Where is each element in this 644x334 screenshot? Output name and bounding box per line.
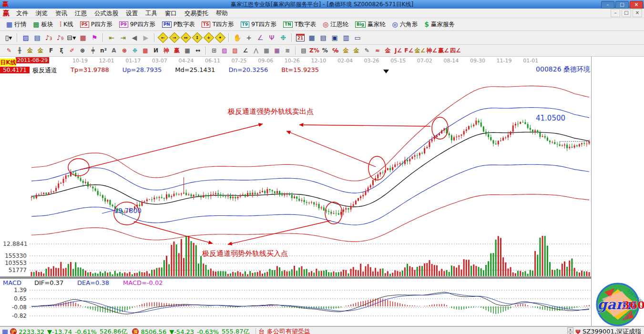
menu-item-窗口[interactable]: 窗口: [161, 9, 181, 18]
period-label[interactable]: 日K线: [0, 59, 16, 66]
spinner-down-button[interactable]: ▼: [567, 332, 573, 334]
minimize-button[interactable]: –: [601, 1, 614, 9]
indicator-name[interactable]: 极反通道: [32, 66, 57, 75]
restore-button[interactable]: □: [615, 1, 629, 9]
tool-shen-angle[interactable]: 神∠: [427, 46, 438, 55]
tool-pen-red[interactable]: ✎: [4, 46, 14, 55]
tool-grid-123[interactable]: ▦: [183, 46, 192, 55]
menu-item-帮助[interactable]: 帮助: [212, 9, 232, 18]
toolbar-winner-wheel[interactable]: Big赢家轮: [352, 19, 389, 30]
tool-j-angle[interactable]: J∠: [394, 46, 403, 55]
tool-spiral[interactable]: ξ: [57, 46, 66, 55]
tool-wave-tool[interactable]: ≈: [373, 46, 382, 55]
status-grid-icon[interactable]: ▦: [2, 328, 8, 334]
toolbar-t-square[interactable]: TST四方形: [198, 19, 237, 30]
menu-item-设置[interactable]: 设置: [122, 9, 142, 18]
tool-hand-tool[interactable]: ✋: [232, 32, 243, 43]
menu-item-文件[interactable]: 文件: [12, 9, 32, 18]
mdi-button-1[interactable]: □: [622, 9, 631, 17]
toolbar-quotes[interactable]: ▦行情: [3, 19, 30, 30]
tool-gold-ratio-2[interactable]: 金: [36, 46, 45, 55]
tool-pan-v[interactable]: ↕: [192, 32, 203, 43]
tool-circle-red[interactable]: ⊕: [120, 46, 129, 55]
tool-angle-lines[interactable]: ∠: [241, 46, 250, 55]
tool-four-angle[interactable]: 四∠: [450, 46, 461, 55]
tool-notepad[interactable]: ▤: [318, 32, 328, 43]
spinner-up-button[interactable]: ▲: [567, 327, 573, 332]
menu-item-公式选股[interactable]: 公式选股: [91, 9, 122, 18]
tool-grid-b[interactable]: ▦: [272, 46, 282, 55]
tool-pattern-red[interactable]: ▦: [78, 32, 88, 43]
tool-fan-lines[interactable]: ≋: [283, 46, 292, 55]
tool-last-page[interactable]: ⇥: [118, 32, 128, 43]
menu-item-工具[interactable]: 工具: [142, 9, 161, 18]
tool-crosshair-tool[interactable]: +: [244, 32, 254, 43]
tool-gold-angle[interactable]: 金∠: [415, 46, 426, 55]
toolbar-hexagon[interactable]: ◎六角形: [389, 19, 421, 30]
current-index-code[interactable]: SZ399001,深证成指: [583, 327, 641, 334]
tool-star-teal[interactable]: ❉: [130, 46, 140, 55]
tool-pen-mark[interactable]: ✐: [67, 46, 77, 55]
tool-zoom-pattern[interactable]: ▨: [20, 32, 31, 43]
tool-analysis-tool[interactable]: ❉: [278, 32, 288, 43]
tool-calendar[interactable]: 21: [295, 32, 306, 43]
tool-time-circle[interactable]: ⊕: [78, 46, 87, 55]
tool-z-percent[interactable]: Z%: [309, 46, 319, 55]
tool-first-page[interactable]: ⇤: [106, 32, 117, 43]
tool-candle-style[interactable]: ⊟▾: [66, 32, 77, 43]
tool-fibo-f[interactable]: F: [46, 46, 56, 55]
tool-bars-9[interactable]: ♪₉: [55, 32, 65, 43]
stock-name-label[interactable]: 000826 桑德环境: [496, 65, 590, 74]
toolbar-gann-wheel[interactable]: ◎江恩轮: [319, 19, 352, 30]
tool-shen-tool[interactable]: 神: [162, 46, 171, 55]
tool-n-square[interactable]: n²: [99, 46, 108, 55]
tool-gold-ratio-1[interactable]: 金: [25, 46, 35, 55]
tool-gold-circle[interactable]: 金: [341, 46, 351, 55]
tool-pan-left[interactable]: ←: [158, 32, 168, 43]
tool-time-lines[interactable]: ╪: [88, 46, 98, 55]
toolbar-t-table[interactable]: TNT数字表: [280, 19, 319, 30]
tool-pan-h[interactable]: ↔: [181, 32, 191, 43]
tool-scale-tool[interactable]: ▤: [299, 46, 308, 55]
toolbar-winner-service[interactable]: $赢家服务: [421, 19, 458, 30]
tool-f-angle[interactable]: F∠: [404, 46, 414, 55]
tool-pan-right[interactable]: →: [169, 32, 180, 43]
tool-stock-info[interactable]: ▤: [32, 32, 42, 43]
toolbar-p-square[interactable]: PSP四方形: [77, 19, 116, 30]
tool-ying-angle[interactable]: 赢∠: [438, 46, 449, 55]
tool-wave-n[interactable]: И: [151, 46, 161, 55]
tool-color-flag[interactable]: ⚑: [89, 32, 100, 43]
tool-hatch-purple[interactable]: ▨: [220, 46, 229, 55]
toolbar-9p-square[interactable]: P99P四方形: [116, 19, 159, 30]
mdi-button-2[interactable]: ×: [633, 9, 642, 17]
tool-grid-lines[interactable]: ╫: [15, 46, 24, 55]
macd-title[interactable]: MACD: [3, 279, 21, 286]
menu-item-江恩[interactable]: 江恩: [71, 9, 91, 18]
toolbar-kline[interactable]: ⫶K线: [56, 19, 76, 30]
tool-zoom-all[interactable]: ✦: [215, 32, 225, 43]
mdi-button-0[interactable]: –: [611, 9, 620, 17]
tool-zoom-in[interactable]: +: [204, 32, 214, 43]
tool-next-page[interactable]: ▶: [141, 32, 151, 43]
tool-zigzag[interactable]: ⋀: [251, 46, 261, 55]
toolbar-p-table[interactable]: PNP数字表: [159, 19, 198, 30]
tool-text-note[interactable]: A: [109, 46, 119, 55]
tool-hatch-red[interactable]: ▧: [230, 46, 240, 55]
tool-bars-3[interactable]: ♪₃: [43, 32, 54, 43]
tool-percent[interactable]: %: [320, 46, 330, 55]
tool-h-measure[interactable]: ↔: [193, 46, 203, 55]
toolbar-9t-square[interactable]: T99T四方形: [237, 19, 280, 30]
menu-item-交易委托[interactable]: 交易委托: [181, 9, 212, 18]
tool-export[interactable]: ▥: [341, 32, 351, 43]
close-button[interactable]: ×: [630, 1, 643, 9]
tool-gann-tool[interactable]: Ψ: [266, 32, 277, 43]
tool-calculator[interactable]: ▦: [307, 32, 317, 43]
menu-item-浏览[interactable]: 浏览: [32, 9, 51, 18]
tool-print[interactable]: ▭: [352, 32, 363, 43]
tool-pen-black[interactable]: ✎: [362, 46, 372, 55]
tool-box-tool[interactable]: ⊞: [209, 46, 219, 55]
tool-ying-tool[interactable]: 赢: [172, 46, 182, 55]
tool-gold-line[interactable]: 金: [352, 46, 361, 55]
tool-gold-red[interactable]: 金: [383, 46, 393, 55]
tool-prev-page[interactable]: ◀: [129, 32, 140, 43]
